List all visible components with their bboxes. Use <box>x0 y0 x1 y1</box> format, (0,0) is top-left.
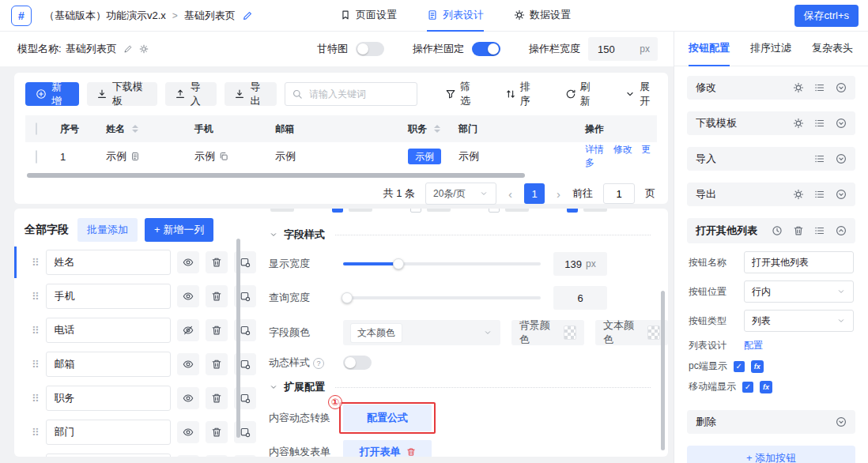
eye-icon[interactable] <box>177 387 199 409</box>
slider-knob[interactable] <box>393 258 404 269</box>
filter-tool[interactable]: 筛选 <box>445 80 477 108</box>
section-extend-config[interactable]: 扩展配置 <box>269 380 668 394</box>
gear-icon[interactable] <box>793 118 804 129</box>
next-page-button[interactable]: › <box>555 187 562 201</box>
config-formula-button[interactable]: 配置公式 ① <box>343 405 432 431</box>
gear-icon[interactable] <box>793 189 804 200</box>
trash-icon[interactable] <box>206 353 228 375</box>
eye-icon[interactable] <box>177 251 199 273</box>
button-position-select[interactable]: 行内 <box>744 280 854 303</box>
drag-handle-icon[interactable]: ⠿ <box>32 359 40 371</box>
prev-page-button[interactable]: ‹ <box>507 187 514 201</box>
tab-list-design[interactable]: 列表设计 <box>427 0 484 32</box>
pc-display-fx-icon[interactable]: fx <box>751 360 764 373</box>
slider-knob[interactable] <box>342 292 353 303</box>
current-page[interactable]: 1 <box>524 183 545 204</box>
eye-icon[interactable] <box>177 285 199 307</box>
chevron-circle-down-icon[interactable] <box>836 189 847 200</box>
clipped-checkbox-checked[interactable]: ✓ <box>567 209 578 213</box>
trash-icon[interactable] <box>206 455 228 457</box>
field-name-input[interactable] <box>46 318 171 343</box>
sort-tool[interactable]: 排序 <box>505 80 538 108</box>
edit-model-icon[interactable] <box>123 44 133 54</box>
button-type-select[interactable]: 列表 <box>744 310 854 332</box>
field-name-input[interactable] <box>46 420 171 445</box>
trash-icon[interactable] <box>206 285 228 307</box>
sort-caret-icon[interactable] <box>132 125 138 133</box>
field-name-input[interactable] <box>46 352 171 377</box>
tab-button-config[interactable]: 按钮配置 <box>689 32 730 66</box>
page-size-select[interactable]: 20条/页 <box>425 183 496 205</box>
pc-display-checkbox[interactable]: ✓ <box>734 361 745 372</box>
transparent-swatch[interactable] <box>564 326 576 340</box>
clipped-checkbox[interactable] <box>489 209 500 213</box>
model-settings-gear-icon[interactable] <box>139 44 149 54</box>
tab-data-settings[interactable]: 数据设置 <box>514 0 571 32</box>
question-circle-icon[interactable]: ? <box>313 358 324 369</box>
trash-icon[interactable] <box>206 251 228 273</box>
chevron-circle-down-icon[interactable] <box>836 153 847 164</box>
button-item-download-template[interactable]: 下载模板 <box>687 111 855 135</box>
button-item-import[interactable]: 导入 <box>687 147 855 171</box>
field-name-input[interactable] <box>46 250 171 275</box>
goto-page-input[interactable] <box>603 183 635 204</box>
row-checkbox[interactable] <box>36 150 37 164</box>
transparent-swatch[interactable] <box>647 326 660 340</box>
trash-icon[interactable] <box>206 387 228 409</box>
button-item-modify[interactable]: 修改 <box>687 76 855 100</box>
edit-page-name-icon[interactable] <box>242 10 253 21</box>
refresh-tool[interactable]: 刷新 <box>565 80 598 108</box>
button-name-input[interactable] <box>744 251 854 273</box>
query-width-slider[interactable] <box>343 296 541 299</box>
tab-page-settings[interactable]: 页面设置 <box>340 0 397 32</box>
eye-icon[interactable] <box>177 455 199 457</box>
list-settings-icon[interactable] <box>814 118 825 129</box>
trash-icon[interactable] <box>206 421 228 443</box>
row-action-edit[interactable]: 修改 <box>613 144 632 155</box>
background-color-picker[interactable]: 背景颜色 <box>511 320 584 345</box>
copy-icon[interactable] <box>219 152 228 161</box>
expanded-item-header[interactable]: 打开其他列表 <box>687 218 855 243</box>
fields-scrollbar[interactable] <box>236 239 240 438</box>
list-settings-icon[interactable] <box>814 225 825 236</box>
button-item-delete[interactable]: 删除 <box>687 410 855 434</box>
section-field-style[interactable]: 字段样式 <box>269 228 668 242</box>
open-form-button[interactable]: 打开表单 <box>343 440 432 457</box>
text-color-picker[interactable]: 文本颜色 <box>595 320 668 345</box>
drag-handle-icon[interactable]: ⠿ <box>32 427 40 439</box>
chevron-circle-down-icon[interactable] <box>836 118 847 129</box>
gantt-toggle[interactable] <box>356 42 384 56</box>
save-button[interactable]: 保存ctrl+s <box>794 5 859 27</box>
tab-complex-header[interactable]: 复杂表头 <box>812 32 853 66</box>
batch-add-button[interactable]: 批量添加 <box>77 218 138 242</box>
expand-tool[interactable]: 展开 <box>625 80 657 108</box>
gear-icon[interactable] <box>793 82 804 93</box>
mobile-display-checkbox[interactable]: ✓ <box>742 382 753 393</box>
chevron-circle-up-icon[interactable] <box>836 225 847 236</box>
drag-handle-icon[interactable]: ⠿ <box>32 325 40 337</box>
clock-icon[interactable] <box>772 225 783 236</box>
import-button[interactable]: 导入 <box>165 82 217 106</box>
list-settings-icon[interactable] <box>814 153 825 164</box>
list-settings-icon[interactable] <box>814 82 825 93</box>
list-design-config-link[interactable]: 配置 <box>744 339 763 352</box>
drag-handle-icon[interactable]: ⠿ <box>32 393 40 405</box>
download-template-button[interactable]: 下载模板 <box>87 82 157 106</box>
sort-caret-icon[interactable] <box>434 125 440 133</box>
trash-icon[interactable] <box>206 319 228 341</box>
export-button[interactable]: 导出 <box>225 82 277 106</box>
search-input[interactable] <box>308 88 410 100</box>
add-column-button[interactable]: + 新增一列 <box>145 218 213 242</box>
clipped-checkbox-checked[interactable]: ✓ <box>332 209 343 213</box>
add-record-button[interactable]: 新增 <box>25 82 79 106</box>
form-icon[interactable] <box>130 152 140 161</box>
drag-handle-icon[interactable]: ⠿ <box>32 291 40 303</box>
row-action-detail[interactable]: 详情 <box>585 144 604 155</box>
field-name-input[interactable] <box>46 386 171 411</box>
eye-icon[interactable] <box>177 353 199 375</box>
trash-icon[interactable] <box>406 447 416 457</box>
field-name-input[interactable] <box>46 284 171 309</box>
field-name-input[interactable] <box>46 454 171 457</box>
action-width-input[interactable] <box>596 43 628 56</box>
eye-icon[interactable] <box>177 421 199 443</box>
